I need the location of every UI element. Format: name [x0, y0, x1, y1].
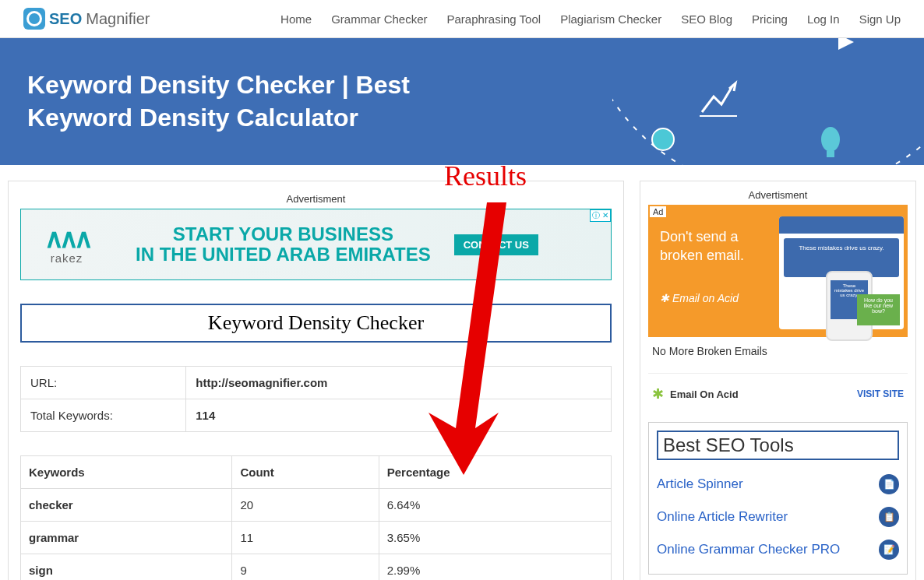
- sidebar-ad[interactable]: ⓘ✕ Ad Don't send a broken email. ✱ Email…: [648, 205, 908, 414]
- seo-tools-box: Best SEO Tools Article Spinner 📄 Online …: [648, 422, 908, 575]
- tool-heading: Keyword Density Checker: [20, 304, 612, 343]
- ad-line2: IN THE UNITED ARAB EMIRATES: [136, 244, 431, 265]
- top-header: SEOMagnifier Home Grammar Checker Paraph…: [0, 0, 924, 38]
- cell-count: 11: [232, 522, 379, 554]
- tool-link-rewriter[interactable]: Online Article Rewriter: [657, 509, 788, 525]
- cell-keyword: sign: [21, 554, 232, 580]
- doc-icon: 📝: [879, 540, 899, 560]
- hero-banner: Keyword Density Checker | Best Keyword D…: [0, 38, 924, 165]
- nav-paraphrase[interactable]: Paraphrasing Tool: [446, 12, 541, 26]
- table-row: URL: http://seomagnifier.com: [21, 367, 612, 399]
- ad-headline: START YOUR BUSINESS IN THE UNITED ARAB E…: [136, 224, 431, 265]
- nav-signup[interactable]: Sign Up: [859, 12, 901, 26]
- ad-line1: START YOUR BUSINESS: [136, 224, 431, 244]
- tool-link-item: Article Spinner 📄: [657, 468, 899, 501]
- rakez-icon: ∧∧∧: [44, 225, 89, 251]
- col-keywords: Keywords: [21, 456, 232, 489]
- table-row: Total Keywords: 114: [21, 399, 612, 432]
- url-info-table: URL: http://seomagnifier.com Total Keywo…: [20, 366, 612, 432]
- col-count: Count: [232, 456, 379, 489]
- ad-label-main: Advertisment: [20, 193, 612, 205]
- cell-percentage: 2.99%: [379, 554, 611, 580]
- tool-link-item: Online Article Rewriter 📋: [657, 501, 899, 533]
- hero-decoration: [612, 38, 924, 165]
- nav-blog[interactable]: SEO Blog: [681, 12, 732, 26]
- ad-footer-text: No More Broken Emails: [648, 337, 908, 365]
- keyword-results-table: Keywords Count Percentage checker 20 6.6…: [20, 455, 612, 580]
- logo-text-light: Magnifier: [86, 10, 150, 28]
- table-header-row: Keywords Count Percentage: [21, 456, 612, 489]
- cell-count: 20: [232, 489, 379, 522]
- ad-label-sidebar: Advertisment: [648, 189, 908, 201]
- logo-icon: [23, 8, 45, 30]
- ad-brand-name: Email On Acid: [670, 388, 739, 400]
- ad-bottom-bar: ✱ Email On Acid VISIT SITE: [648, 373, 908, 414]
- table-row: sign 9 2.99%: [21, 554, 612, 580]
- sidebar-column: Advertisment ⓘ✕ Ad Don't send a broken e…: [640, 181, 916, 580]
- doc-icon: 📋: [879, 507, 899, 527]
- nav-pricing[interactable]: Pricing: [752, 12, 788, 26]
- ad-tag: Ad: [650, 206, 666, 217]
- url-value: http://seomagnifier.com: [186, 367, 612, 399]
- nav-plagiarism[interactable]: Plagiarism Checker: [560, 12, 661, 26]
- main-column: Advertisment ⓘ ✕ ∧∧∧ rakez START YOUR BU…: [8, 181, 624, 580]
- visit-site-link[interactable]: VISIT SITE: [857, 388, 904, 399]
- splash-icon: ✱: [660, 292, 669, 304]
- doc-icon: 📄: [879, 474, 899, 494]
- table-row: grammar 11 3.65%: [21, 522, 612, 554]
- tool-link-item: Online Grammar Checker PRO 📝: [657, 533, 899, 566]
- page-title: Keyword Density Checker | Best Keyword D…: [27, 69, 495, 134]
- logo-text-bold: SEO: [49, 10, 82, 28]
- cell-count: 9: [232, 554, 379, 580]
- main-nav: Home Grammar Checker Paraphrasing Tool P…: [280, 12, 901, 26]
- tool-link-spinner[interactable]: Article Spinner: [657, 476, 743, 492]
- cell-percentage: 3.65%: [379, 522, 611, 554]
- site-logo[interactable]: SEOMagnifier: [23, 8, 150, 30]
- rakez-logo: ∧∧∧ rakez: [44, 225, 89, 265]
- table-row: checker 20 6.64%: [21, 489, 612, 522]
- red-arrow-icon: [413, 195, 522, 475]
- adchoices-icon[interactable]: ⓘ ✕: [590, 209, 611, 222]
- svg-point-5: [821, 127, 840, 152]
- svg-point-3: [652, 128, 674, 150]
- rakez-brand-text: rakez: [51, 251, 83, 265]
- green-callout: How do you like our new bow?: [857, 294, 900, 325]
- main-ad-banner[interactable]: ⓘ ✕ ∧∧∧ rakez START YOUR BUSINESS IN THE…: [20, 209, 612, 280]
- nav-login[interactable]: Log In: [807, 12, 840, 26]
- cell-percentage: 6.64%: [379, 489, 611, 522]
- results-annotation: Results: [444, 160, 527, 192]
- tools-box-title: Best SEO Tools: [657, 431, 899, 460]
- url-label: URL:: [21, 367, 186, 399]
- tool-link-grammar[interactable]: Online Grammar Checker PRO: [657, 542, 840, 557]
- ad-creative: Ad Don't send a broken email. ✱ Email on…: [648, 205, 908, 337]
- total-label: Total Keywords:: [21, 399, 186, 432]
- cell-keyword: grammar: [21, 522, 232, 554]
- nav-home[interactable]: Home: [280, 12, 312, 26]
- svg-rect-6: [827, 151, 834, 157]
- total-value: 114: [186, 399, 612, 432]
- nav-grammar[interactable]: Grammar Checker: [331, 12, 427, 26]
- cell-keyword: checker: [21, 489, 232, 522]
- brand-splash-icon: ✱: [652, 385, 664, 402]
